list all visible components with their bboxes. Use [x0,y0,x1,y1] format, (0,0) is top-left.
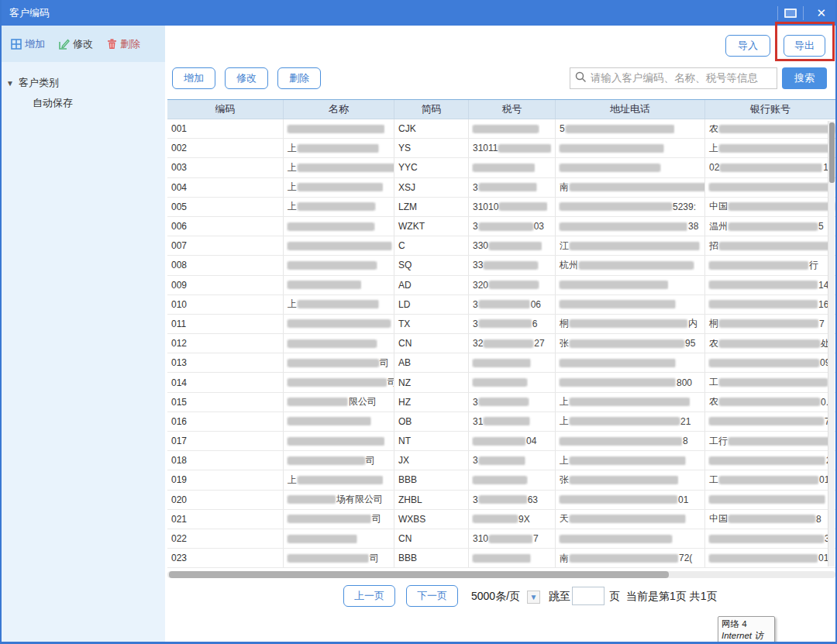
visible-fragment: 21 [680,416,691,427]
horizontal-scrollbar[interactable] [167,571,835,578]
redacted-text [498,144,551,153]
search-input[interactable]: 请输入客户编码、名称、税号等信息 [570,67,777,89]
visible-fragment: 01 [678,494,688,505]
visible-fragment: 38 [688,221,698,232]
table-row[interactable]: 005上LZM310105239:中国 [167,198,835,217]
table-row[interactable]: 004上XSJ3南 [167,178,835,198]
visible-fragment: 上 [288,474,297,487]
edit-button[interactable]: 修改 [225,67,268,89]
visible-fragment: 上 [560,415,569,428]
sidebar-delete-button[interactable]: 删除 [107,37,140,51]
column-header-bank[interactable]: 银行账号 [705,100,835,119]
table-row[interactable]: 002上YS31011上 [167,139,835,158]
page-size-dropdown[interactable]: ▼ [527,591,540,604]
table-row[interactable]: 012CN3227张95农处 [167,334,835,353]
next-page-button[interactable]: 下一页 [406,585,458,607]
import-button[interactable]: 导入 [725,35,770,57]
app-window: 客户编码 ✕ 增加 修改 [0,0,837,644]
cell-code: 009 [167,276,284,294]
visible-fragment: 桐 [560,317,569,330]
visible-fragment: 江 [560,239,569,253]
horizontal-scrollbar-thumb[interactable] [169,571,669,578]
vertical-scrollbar-thumb[interactable] [829,122,835,183]
column-header-name[interactable]: 名称 [284,100,394,119]
table-row[interactable]: 013司AB09 [167,353,835,373]
table-row[interactable]: 020场有限公司ZHBL36301 [167,491,835,510]
delete-button[interactable]: 删除 [277,67,321,89]
search-button[interactable]: 搜索 [782,67,827,89]
redacted-text [298,202,375,211]
jump-page-input[interactable] [572,587,604,605]
table-row[interactable]: 007C330江招 [167,236,835,256]
cell-short: TX [394,315,469,333]
tree-node-autosave[interactable]: 自动保存 [2,93,165,113]
table-row[interactable]: 011TX36桐内桐7 [167,315,835,334]
table-row[interactable]: 010上LD30616 [167,295,835,315]
visible-fragment: 上 [560,395,569,408]
cell-tax: 31010 [469,198,556,216]
redacted-text [489,281,539,289]
table-row[interactable]: 021司WXBS9X天中国8 [167,510,835,529]
cell-bank [705,178,835,197]
table-row[interactable]: 015限公司HZ3上农0. [167,393,835,412]
table-row[interactable]: 003上YYC0210 [167,158,835,177]
tree-node-label: 客户类别 [19,76,59,90]
maximize-button[interactable] [784,9,797,18]
cell-addr: 南 [556,178,705,197]
page-size-label: 5000条/页 [471,590,520,604]
visible-fragment: 农 [709,395,718,408]
redacted-text [473,378,527,387]
redacted-text [479,319,532,328]
tree-node-label: 自动保存 [33,96,73,110]
visible-fragment: 27 [534,338,544,349]
add-button[interactable]: 增加 [172,67,215,89]
cell-tax [469,470,556,489]
cell-bank: 中国8 [705,510,835,529]
visible-fragment: 张 [560,474,569,487]
cell-name [284,217,394,236]
cell-name: 上 [284,139,394,157]
column-header-short[interactable]: 简码 [394,100,469,119]
table-row[interactable]: 014司NZ800工 [167,373,835,392]
redacted-text [484,339,533,348]
table-row[interactable]: 019上BBB张工01 [167,470,835,490]
column-header-tax[interactable]: 税号 [469,100,556,119]
visible-fragment: 310 [473,533,488,544]
redacted-text [709,554,818,563]
cell-code: 006 [167,217,284,236]
page-status: 当前是第1页 共1页 [626,590,717,604]
visible-fragment: 320 [473,280,488,291]
table-row[interactable]: 022CN31073 [167,529,835,549]
redacted-text [719,339,820,348]
cell-code: 011 [167,315,284,333]
cell-tax: 04 [469,432,556,450]
divider [777,6,778,20]
redacted-text [288,319,391,328]
visible-fragment: 农 [709,122,718,136]
redacted-text [288,359,379,367]
table-row[interactable]: 016OB31上217 [167,412,835,432]
table-row[interactable]: 006WZKT30338温州5 [167,217,835,236]
cell-code: 002 [167,139,284,157]
sidebar-edit-button[interactable]: 修改 [59,37,93,51]
cell-addr: 上21 [556,412,705,431]
chevron-down-icon[interactable]: ▼ [2,79,19,88]
prev-page-button[interactable]: 上一页 [343,585,395,607]
tree-node-customer-category[interactable]: ▼ 客户类别 [2,73,165,93]
vertical-scrollbar[interactable] [828,121,835,567]
table-row[interactable]: 001CJK5农 [167,119,835,139]
redacted-text [728,222,818,231]
redacted-text [473,437,525,446]
cell-code: 019 [167,470,284,489]
table-row[interactable]: 023司BBB南72(01 [167,549,835,568]
network-tooltip-line2: Internet 访问 [722,630,771,644]
cell-code: 016 [167,412,284,431]
table-row[interactable]: 018司JX3上2 [167,451,835,470]
table-row[interactable]: 009AD320148 [167,276,835,295]
table-row[interactable]: 008SQ33杭州行 [167,256,835,275]
table-row[interactable]: 017NT048工行 [167,432,835,451]
cell-tax: 3 [469,393,556,412]
column-header-code[interactable]: 编码 [167,100,284,119]
sidebar-add-button[interactable]: 增加 [11,37,45,51]
column-header-addr[interactable]: 地址电话 [556,100,705,119]
